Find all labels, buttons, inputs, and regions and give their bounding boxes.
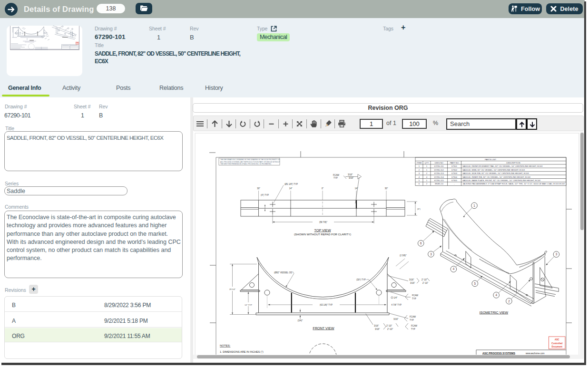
svg-text:3: 3 <box>419 172 420 174</box>
svg-text:-: - <box>454 183 455 185</box>
svg-text:3/16": 3/16" <box>374 325 379 327</box>
svg-text:4: 4 <box>426 176 428 178</box>
svg-text:DWG NO: DWG NO <box>435 162 444 164</box>
svg-text:THE INFORMATION CONTAINED IN T: THE INFORMATION CONTAINED IN THIS DRAWIN… <box>220 159 280 161</box>
svg-text:TYP: TYP <box>411 328 415 330</box>
svg-text:3: 3 <box>430 252 432 256</box>
svg-text:(2 3/8)": (2 3/8)" <box>400 254 407 257</box>
svg-text:6: 6 <box>419 183 420 185</box>
svg-text:ASC: ASC <box>555 338 559 341</box>
svg-text:67305: 67305 <box>451 179 458 182</box>
svg-text:5: 5 <box>474 282 476 285</box>
svg-text:1: 1 <box>426 165 428 167</box>
svg-text:NOTES:: NOTES: <box>220 344 231 347</box>
svg-text:PART NO: PART NO <box>450 162 459 164</box>
svg-text:ITEM: ITEM <box>417 162 422 164</box>
svg-text:1/4": 1/4" <box>394 297 398 299</box>
svg-text:2: 2 <box>419 169 420 171</box>
svg-text:THE WRITTEN PERMISSION OF ASC: THE WRITTEN PERMISSION OF ASC PROCESS IN… <box>220 163 272 165</box>
svg-text:Document: Document <box>552 346 563 348</box>
svg-text:6: 6 <box>420 241 422 245</box>
svg-text:ISOMETRIC VIEW: ISOMETRIC VIEW <box>480 310 509 315</box>
svg-text:4: 4 <box>495 293 497 297</box>
svg-text:TYP: TYP <box>333 177 338 179</box>
svg-text:1. DIMENSIONS ARE IN INCHES (: 1. DIMENSIONS ARE IN INCHES (") <box>220 350 264 353</box>
svg-text:67302: 67302 <box>451 169 458 171</box>
svg-text:67290-113: 67290-113 <box>434 172 444 174</box>
svg-text:4: 4 <box>453 267 455 270</box>
svg-text:(58 7/8)": (58 7/8)" <box>319 221 328 223</box>
svg-text:ASC PROCESS SYSTEMS: ASC PROCESS SYSTEMS <box>482 352 515 355</box>
svg-text:ASC PROCESS SYSTEMS. ANY REPRO: ASC PROCESS SYSTEMS. ANY REPRODUCTION IN… <box>220 161 280 163</box>
svg-text:JACKING PAD ASSEMBLY, 3" DIA S: JACKING PAD ASSEMBLY, 3" DIA STRAP HOLE,… <box>462 183 565 185</box>
svg-text:2: 2 <box>508 299 510 303</box>
svg-text:2: 2 <box>426 172 428 174</box>
svg-text:(4") TYP: (4") TYP <box>261 194 269 196</box>
svg-text:3: 3 <box>556 252 558 256</box>
svg-text:(30°) TYP: (30°) TYP <box>356 279 366 281</box>
svg-text:5: 5 <box>419 179 420 182</box>
svg-text:TYP: TYP <box>410 319 414 321</box>
svg-text:(63 1/8)" TYP: (63 1/8)" TYP <box>320 304 333 306</box>
svg-text:3/16": 3/16" <box>375 328 380 330</box>
svg-text:3/16": 3/16" <box>409 279 414 281</box>
svg-text:1: 1 <box>419 165 420 167</box>
svg-text:FCAW: FCAW <box>411 325 418 327</box>
svg-text:2"-10": 2"-10" <box>421 279 428 281</box>
svg-text:SADDLE, INNER RIB, 82" OD VESS: SADDLE, INNER RIB, 82" OD VESSEL, 50" CE… <box>462 176 530 178</box>
svg-text:67301: 67301 <box>451 165 458 167</box>
svg-text:FCAW: FCAW <box>410 316 416 318</box>
svg-text:1: 1 <box>473 204 475 207</box>
svg-text:TYP: TYP <box>412 298 416 300</box>
svg-text:TOP VIEW: TOP VIEW <box>314 228 331 232</box>
svg-text:(Ø82" VESSEL OD: (Ø82" VESSEL OD <box>274 271 293 274</box>
svg-text:DESCRIPTION: DESCRIPTION <box>506 162 520 164</box>
svg-text:SADDLE, WEB, 82" OD VESSEL, 50: SADDLE, WEB, 82" OD VESSEL, 50" CENTERLI… <box>462 169 525 171</box>
svg-text:67303: 67303 <box>451 172 458 174</box>
svg-text:3/16": 3/16" <box>410 282 415 284</box>
svg-text:(SHOWN WITHOUT REPAD FOR CLARI: (SHOWN WITHOUT REPAD FOR CLARITY) <box>294 233 351 236</box>
svg-text:4 7/8" TYP: 4 7/8" TYP <box>392 304 402 306</box>
svg-text:Controlled: Controlled <box>551 342 562 345</box>
svg-text:QTY: QTY <box>425 162 429 164</box>
svg-text:39085-10: 39085-10 <box>435 183 444 185</box>
svg-text:1: 1 <box>426 169 428 171</box>
svg-text:30": 30" <box>257 187 260 190</box>
svg-text:67304: 67304 <box>451 176 458 178</box>
svg-text:14": 14" <box>289 187 293 190</box>
svg-text:29 1/4": 29 1/4" <box>229 288 236 290</box>
svg-text:12" TYP: 12" TYP <box>245 304 252 306</box>
svg-text:3/16": 3/16" <box>348 174 353 176</box>
svg-text:SADDLE, REINFORCEMENT PAD, 82": SADDLE, REINFORCEMENT PAD, 82" OD VESSEL… <box>462 165 543 167</box>
svg-text:FCAW: FCAW <box>412 294 419 297</box>
svg-text:www.aschome.com: www.aschome.com <box>526 352 545 355</box>
svg-text:67290-114: 67290-114 <box>434 176 444 178</box>
svg-text:67290-112: 67290-112 <box>434 169 444 171</box>
svg-text:SADDLE, SIDE RIB, 82" OD VESSE: SADDLE, SIDE RIB, 82" OD VESSEL, 50" CEN… <box>462 172 529 174</box>
svg-text:(Ø1 1/8") TYP: (Ø1 1/8") TYP <box>284 183 298 185</box>
svg-text:2"-10": 2"-10" <box>387 328 393 330</box>
svg-text:(6"): (6") <box>417 208 421 210</box>
svg-text:2: 2 <box>426 183 428 185</box>
svg-text:FCAW: FCAW <box>333 174 340 176</box>
svg-text:1: 1 <box>426 179 428 182</box>
svg-text:2"-10": 2"-10" <box>422 282 429 284</box>
svg-text:67290-111: 67290-111 <box>434 165 444 167</box>
svg-text:FRONT VIEW: FRONT VIEW <box>313 326 334 330</box>
svg-text:PARTS LIST: PARTS LIST <box>485 158 497 161</box>
svg-text:67290-115: 67290-115 <box>434 179 444 182</box>
svg-text:SADDLE, BASE PLATE, FRONT, 82": SADDLE, BASE PLATE, FRONT, 82" OD VESSEL… <box>462 179 540 182</box>
svg-text:2"-10": 2"-10" <box>386 325 392 327</box>
svg-text:0": 0" <box>322 187 324 190</box>
svg-text:4: 4 <box>419 176 420 178</box>
svg-text:(3/4)": (3/4)" <box>298 319 303 322</box>
svg-text:3/16": 3/16" <box>393 318 399 320</box>
svg-text:3/16": 3/16" <box>349 177 354 179</box>
svg-text:30": 30" <box>385 187 388 190</box>
